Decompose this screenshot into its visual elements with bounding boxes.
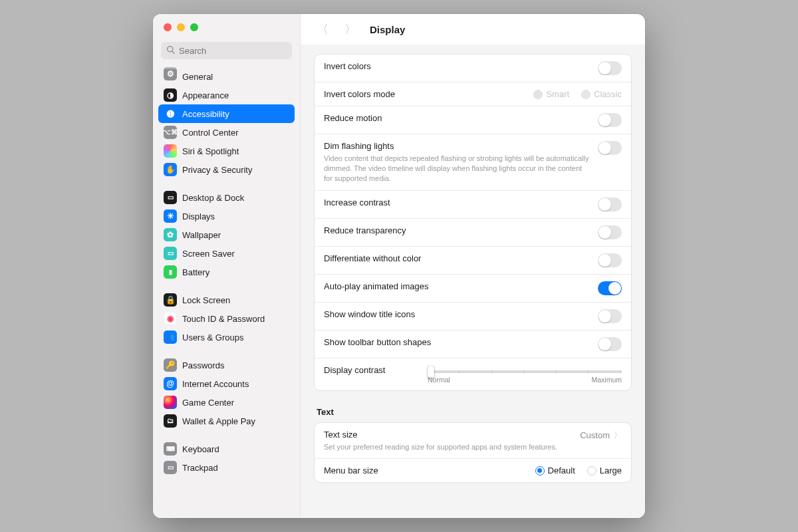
sidebar-item-label: Battery: [182, 267, 209, 277]
sidebar-item-wallpaper[interactable]: ✿ Wallpaper: [158, 225, 295, 244]
sidebar-item-label: Users & Groups: [182, 332, 243, 342]
sidebar-item-displays[interactable]: ☀ Displays: [158, 207, 295, 225]
row-invert-colors-mode: Invert colors mode Smart Classic: [315, 82, 631, 106]
diff-without-color-toggle[interactable]: [598, 253, 622, 267]
show-toolbar-shapes-toggle[interactable]: [598, 337, 622, 351]
radio-icon: [535, 466, 545, 475]
autoplay-animated-toggle[interactable]: [598, 281, 622, 295]
sidebar-item-wallet[interactable]: 🗂 Wallet & Apple Pay: [158, 412, 295, 430]
gamecenter-icon: [164, 396, 177, 409]
row-label: Differentiate without color: [324, 253, 590, 263]
dim-flashing-toggle[interactable]: [598, 141, 622, 155]
radio-default[interactable]: Default: [535, 466, 575, 475]
radio-large[interactable]: Large: [587, 466, 622, 475]
display-contrast-slider[interactable]: Normal Maximum: [428, 365, 622, 384]
sidebar-list[interactable]: ⚙ General ◑ Appearance ➊ Accessibility ⌥…: [153, 65, 300, 518]
text-size-value[interactable]: Custom 〉: [580, 430, 622, 441]
sidebar-item-accessibility[interactable]: ➊ Accessibility: [158, 104, 295, 123]
fingerprint-icon: ◉: [164, 312, 177, 325]
row-reduce-transparency: Reduce transparency: [315, 218, 631, 246]
row-invert-colors: Invert colors: [315, 55, 631, 82]
reduce-motion-toggle[interactable]: [598, 113, 622, 127]
accessibility-icon: ➊: [164, 107, 177, 120]
control-center-icon: ⌥⌘: [164, 126, 177, 139]
radio-classic[interactable]: Classic: [581, 89, 622, 99]
screensaver-icon: ▭: [164, 247, 177, 260]
sidebar-item-label: Desktop & Dock: [182, 193, 244, 203]
row-increase-contrast: Increase contrast: [315, 190, 631, 218]
sidebar-item-label: Appearance: [182, 90, 229, 100]
sidebar-item-privacy-security[interactable]: ✋ Privacy & Security: [158, 160, 295, 179]
sidebar-item-label: Control Center: [182, 128, 239, 138]
row-label: Increase contrast: [324, 198, 590, 207]
search-input[interactable]: [179, 46, 287, 56]
sidebar: ⚙ General ◑ Appearance ➊ Accessibility ⌥…: [153, 14, 301, 518]
sidebar-item-passwords[interactable]: 🔑 Passwords: [158, 356, 295, 374]
sidebar-item-lock-screen[interactable]: 🔒 Lock Screen: [158, 291, 295, 309]
row-label: Show window title icons: [324, 309, 590, 319]
radio-smart[interactable]: Smart: [533, 89, 569, 99]
chevron-right-icon: 〉: [614, 430, 622, 441]
row-menu-bar-size: Menu bar size Default Large: [315, 458, 631, 482]
sidebar-item-appearance[interactable]: ◑ Appearance: [158, 86, 295, 104]
sidebar-item-keyboard[interactable]: ⌨ Keyboard: [158, 440, 295, 458]
wallet-icon: 🗂: [164, 414, 177, 428]
sidebar-item-users-groups[interactable]: 👥 Users & Groups: [158, 328, 295, 346]
sidebar-item-label: Siri & Spotlight: [182, 146, 239, 156]
window-controls: [153, 14, 300, 35]
sidebar-item-desktop-dock[interactable]: ▭ Desktop & Dock: [158, 188, 295, 207]
sidebar-item-label: Touch ID & Password: [182, 314, 265, 324]
lock-icon: 🔒: [164, 293, 177, 307]
gear-icon: ⚙: [164, 67, 177, 80]
sidebar-item-label: Privacy & Security: [182, 165, 252, 175]
sidebar-item-battery[interactable]: ▮ Battery: [158, 263, 295, 281]
row-label: Invert colors: [324, 61, 590, 71]
sidebar-item-label: Passwords: [182, 360, 225, 370]
search-icon: [166, 45, 175, 56]
displays-icon: ☀: [164, 209, 177, 223]
keyboard-icon: ⌨: [164, 442, 177, 456]
sidebar-item-label: Accessibility: [182, 109, 229, 119]
zoom-window-button[interactable]: [190, 23, 198, 31]
row-label: Invert colors mode: [324, 89, 525, 99]
battery-icon: ▮: [164, 265, 177, 279]
sidebar-item-siri-spotlight[interactable]: Siri & Spotlight: [158, 142, 295, 160]
row-text-size[interactable]: Text size Set your preferred reading siz…: [315, 423, 631, 459]
sidebar-item-screen-saver[interactable]: ▭ Screen Saver: [158, 244, 295, 263]
content-scroll[interactable]: Invert colors Invert colors mode Smart C…: [301, 45, 645, 518]
reduce-transparency-toggle[interactable]: [598, 225, 622, 239]
sidebar-item-trackpad[interactable]: ▭ Trackpad: [158, 458, 295, 477]
settings-window: ⚙ General ◑ Appearance ➊ Accessibility ⌥…: [153, 14, 645, 518]
minimize-window-button[interactable]: [177, 23, 185, 31]
sidebar-item-touch-id[interactable]: ◉ Touch ID & Password: [158, 309, 295, 328]
sidebar-item-label: Game Center: [182, 398, 234, 408]
page-title: Display: [370, 24, 405, 35]
hand-icon: ✋: [164, 163, 177, 176]
wallpaper-icon: ✿: [164, 228, 177, 241]
desktop-icon: ▭: [164, 191, 177, 204]
sidebar-item-internet-accounts[interactable]: @ Internet Accounts: [158, 374, 295, 393]
sidebar-item-game-center[interactable]: Game Center: [158, 393, 295, 412]
trackpad-icon: ▭: [164, 461, 177, 474]
row-description: Set your preferred reading size for supp…: [324, 442, 572, 452]
sidebar-item-label: Screen Saver: [182, 249, 235, 259]
search-field[interactable]: [161, 42, 292, 59]
radio-icon: [587, 466, 597, 475]
row-label: Reduce motion: [324, 113, 590, 123]
slider-thumb[interactable]: [428, 366, 434, 378]
close-window-button[interactable]: [164, 23, 172, 31]
row-label: Reduce transparency: [324, 225, 590, 235]
sidebar-item-control-center[interactable]: ⌥⌘ Control Center: [158, 123, 295, 142]
sidebar-item-label: Wallet & Apple Pay: [182, 416, 255, 426]
invert-colors-toggle[interactable]: [598, 61, 622, 75]
row-dim-flashing: Dim flashing lights Video content that d…: [315, 134, 631, 190]
sidebar-item-general[interactable]: ⚙ General: [158, 67, 295, 86]
text-settings-card: Text size Set your preferred reading siz…: [314, 422, 632, 483]
forward-button[interactable]: 〉: [342, 20, 359, 39]
back-button[interactable]: 〈: [314, 20, 331, 39]
show-title-icons-toggle[interactable]: [598, 309, 622, 323]
sidebar-item-label: Trackpad: [182, 463, 218, 473]
text-section-title: Text: [317, 407, 632, 417]
key-icon: 🔑: [164, 358, 177, 372]
increase-contrast-toggle[interactable]: [598, 198, 622, 211]
